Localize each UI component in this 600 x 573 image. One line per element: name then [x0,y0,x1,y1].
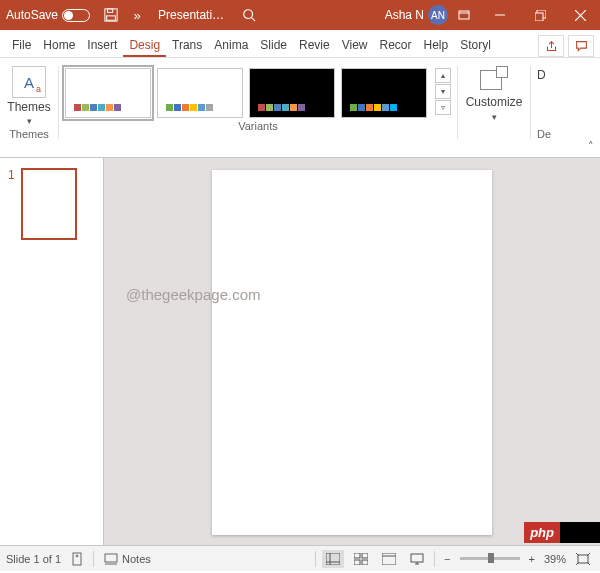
tab-recording[interactable]: Recor [373,34,417,57]
tab-animations[interactable]: Anima [208,34,254,57]
variant-thumbnail[interactable] [65,68,151,118]
zoom-slider[interactable] [460,557,520,560]
zoom-in-button[interactable]: + [526,553,538,565]
comments-button[interactable] [568,35,594,57]
variants-scroll-button[interactable]: ▴ [435,68,451,83]
accessibility-icon[interactable] [71,552,83,566]
customize-label: Customize [466,95,523,109]
svg-line-4 [252,18,256,22]
thumbnail-number: 1 [8,168,15,240]
slide-counter[interactable]: Slide 1 of 1 [6,553,61,565]
customize-button[interactable]: Customize ▾ [464,62,524,122]
svg-rect-21 [362,560,368,565]
workspace: 1 @thegeekpage.com php [0,158,600,545]
variant-thumbnail[interactable] [249,68,335,118]
variants-group-label: Variants [238,118,278,135]
autosave-label: AutoSave [6,8,58,22]
tab-file[interactable]: File [6,34,37,57]
variants-gallery: ▴▾▿ [65,62,451,118]
tab-design[interactable]: Desig [123,34,166,57]
user-name: Asha N [385,8,424,22]
svg-rect-8 [535,13,543,21]
search-icon[interactable] [238,4,260,26]
themes-group: Aa Themes ▾ Themes [0,62,58,157]
svg-rect-13 [105,554,117,562]
variants-more-button[interactable]: ▿ [435,100,451,115]
svg-rect-2 [107,16,116,20]
slide-thumbnail[interactable] [21,168,77,240]
status-bar: Slide 1 of 1 Notes − + 39% [0,545,600,571]
save-icon[interactable] [100,4,122,26]
svg-rect-1 [108,9,113,13]
autosave-pill-off[interactable] [62,9,90,22]
ribbon-tabs: File Home Insert Desig Trans Anima Slide… [0,30,600,58]
svg-rect-5 [459,11,469,19]
qat-overflow-icon[interactable]: » [126,4,148,26]
slide-size-icon [480,66,508,92]
tab-transitions[interactable]: Trans [166,34,208,57]
normal-view-icon[interactable] [322,550,344,568]
tab-home[interactable]: Home [37,34,81,57]
designer-group-label: De [537,126,551,143]
collapse-ribbon-icon[interactable]: ˄ [588,140,594,153]
variant-thumbnail[interactable] [341,68,427,118]
notes-label: Notes [122,553,151,565]
avatar[interactable]: AN [428,5,448,25]
variants-group: ▴▾▿ Variants [59,62,457,157]
tab-help[interactable]: Help [418,34,455,57]
slide-canvas-area: @thegeekpage.com php [104,158,600,545]
ribbon-display-options-icon[interactable] [448,0,480,30]
designer-group: D De [531,62,551,157]
ribbon-body: Aa Themes ▾ Themes ▴▾▿ Variants Customiz… [0,58,600,158]
minimize-button[interactable] [480,0,520,30]
share-button[interactable] [538,35,564,57]
svg-rect-24 [411,554,423,562]
php-badge-black [560,522,600,543]
svg-point-3 [244,10,253,19]
variant-thumbnail[interactable] [157,68,243,118]
title-bar: AutoSave » Presentati… Asha N AN [0,0,600,30]
notes-button[interactable]: Notes [104,553,151,565]
watermark-text: @thegeekpage.com [126,286,260,303]
slide-thumbnail-panel: 1 [0,158,104,545]
designer-button[interactable]: D [537,62,546,126]
slide-sorter-view-icon[interactable] [350,550,372,568]
themes-button[interactable]: Aa Themes ▾ [6,62,52,126]
chevron-down-icon: ▾ [27,116,32,126]
chevron-down-icon: ▾ [492,112,497,122]
php-badge-text: php [524,522,560,543]
tab-slideshow[interactable]: Slide [254,34,293,57]
themes-group-label: Themes [9,126,49,143]
close-button[interactable] [560,0,600,30]
tab-view[interactable]: View [336,34,374,57]
zoom-value[interactable]: 39% [544,553,566,565]
svg-rect-20 [354,560,360,565]
variants-scroll-button[interactable]: ▾ [435,84,451,99]
themes-icon: Aa [12,66,46,98]
customize-group: Customize ▾ [458,62,530,157]
tab-review[interactable]: Revie [293,34,336,57]
slideshow-view-icon[interactable] [406,550,428,568]
svg-rect-15 [326,553,340,565]
zoom-out-button[interactable]: − [441,553,453,565]
svg-rect-22 [382,553,396,565]
autosave-toggle[interactable]: AutoSave [6,8,90,22]
fit-to-window-icon[interactable] [572,550,594,568]
svg-rect-18 [354,553,360,558]
svg-rect-27 [578,555,588,563]
restore-button[interactable] [520,0,560,30]
reading-view-icon[interactable] [378,550,400,568]
document-title: Presentati… [158,8,224,22]
svg-point-12 [76,555,78,557]
php-badge: php [524,522,600,543]
svg-rect-19 [362,553,368,558]
slide-canvas[interactable] [212,170,492,535]
tab-insert[interactable]: Insert [81,34,123,57]
tab-storyline[interactable]: Storyl [454,34,497,57]
themes-button-label: Themes [7,100,50,114]
